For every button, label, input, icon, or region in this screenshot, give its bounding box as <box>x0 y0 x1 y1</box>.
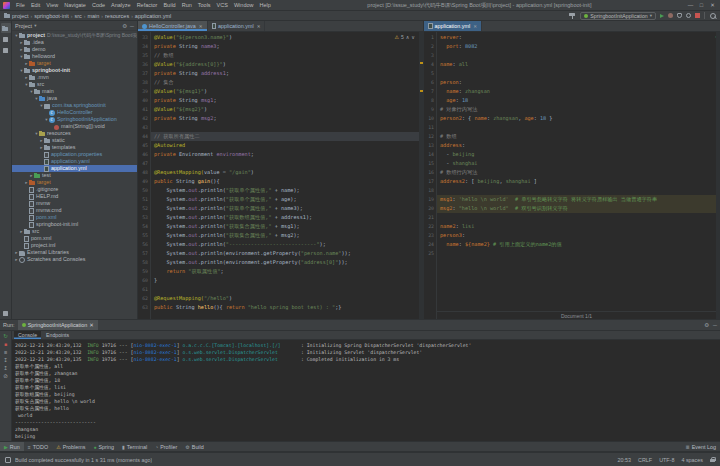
menu-item-build[interactable]: Build <box>160 2 178 8</box>
code-line[interactable] <box>151 159 423 168</box>
tree-item-static[interactable]: ▸static <box>12 137 137 144</box>
tree-item-project[interactable]: ▾projectD:\issue_study\代码牛B课\Spring Boot… <box>12 32 137 39</box>
toolwindow-button-spring[interactable]: ●Spring <box>89 442 118 451</box>
tree-item-application.yml[interactable]: application.yml <box>12 165 137 172</box>
editor-right-gutter[interactable]: 1234567891011121314151617181920212223242… <box>424 32 437 319</box>
breadcrumb-item[interactable]: main <box>87 13 99 19</box>
tree-item-application.properties[interactable]: application.properties <box>12 151 137 158</box>
code-line[interactable] <box>437 51 720 60</box>
code-line[interactable]: @RequestMapping("/hello") <box>151 294 423 303</box>
tree-item-test[interactable]: ▸test <box>12 172 137 179</box>
toolwindow-button-event-log[interactable]: ≣Event Log <box>682 442 720 451</box>
code-line[interactable]: msg2: "hello \n world" # 双引号识别转义字符 <box>437 204 720 213</box>
code-line[interactable] <box>151 123 423 132</box>
prev-warning-icon[interactable]: ∧ <box>406 34 410 40</box>
tree-item-main-string-void[interactable]: main(String[]):void <box>12 123 137 130</box>
tree-item-hellocontroller[interactable]: HelloController <box>12 109 137 116</box>
code-line[interactable]: private String msg2; <box>151 114 423 123</box>
stripe-structure-button[interactable] <box>1 34 11 44</box>
code-line[interactable]: System.out.println("获取数组属性值," + address1… <box>151 213 423 222</box>
code-line[interactable]: age: 18 <box>437 96 720 105</box>
code-line[interactable]: # 数组 <box>437 132 720 141</box>
editor-left-body[interactable]: 3334353637383940414243444546474849505152… <box>138 32 423 319</box>
menu-item-navigate[interactable]: Navigate <box>61 2 89 8</box>
menu-item-window[interactable]: Window <box>231 2 257 8</box>
search-everywhere-icon[interactable] <box>709 12 716 19</box>
tree-item-templates[interactable]: ▸templates <box>12 144 137 151</box>
console-view-tab-console[interactable]: Console <box>14 331 41 339</box>
tree-item-project.iml[interactable]: project.iml <box>12 242 137 249</box>
tree-item-springboot-init.iml[interactable]: springboot-init.iml <box>12 221 137 228</box>
build-hammer-icon[interactable] <box>569 12 576 19</box>
tree-item-resources[interactable]: ▾resources <box>12 130 137 137</box>
stripe-favorites-button[interactable] <box>1 308 11 318</box>
close-icon[interactable]: ✕ <box>89 322 94 328</box>
coverage-button[interactable] <box>677 13 682 18</box>
code-line[interactable]: System.out.println("获取单个属性值," + name); <box>151 186 423 195</box>
status-item-4-spaces[interactable]: 4 spaces <box>681 457 703 463</box>
menu-item-refactor[interactable]: Refactor <box>134 2 161 8</box>
toolwindow-button-todo[interactable]: ≡TODO <box>24 442 52 451</box>
status-item-20:53[interactable]: 20:53 <box>618 457 632 463</box>
tree-item-application.yaml[interactable]: application.yaml <box>12 158 137 165</box>
code-line[interactable] <box>437 213 720 222</box>
code-line[interactable]: return "获取属性值"; <box>151 267 423 276</box>
tab-close-icon[interactable]: ✕ <box>199 24 203 29</box>
code-line[interactable]: } <box>151 276 423 285</box>
editor-tab-application.yml[interactable]: application.yml✕ <box>424 21 482 31</box>
tree-item-com.itsa.springbootinit[interactable]: ▾com.itsa.springbootinit <box>12 102 137 109</box>
code-line[interactable]: System.out.println("--------------------… <box>151 240 423 249</box>
stop-button[interactable] <box>695 13 700 18</box>
code-line[interactable]: @Value("${msg1}") <box>151 87 423 96</box>
stripe-bookmarks-button[interactable] <box>1 45 11 55</box>
settings-gear-icon[interactable]: ⚙ <box>122 23 127 29</box>
code-line[interactable]: System.out.println(environment.getProper… <box>151 249 423 258</box>
toolwindow-button-terminal[interactable]: ▮Terminal <box>118 442 151 451</box>
code-line[interactable]: name: zhangsan <box>437 87 720 96</box>
breadcrumb-item[interactable]: application.yml <box>135 13 171 19</box>
tree-item-.idea[interactable]: ▸.idea <box>12 39 137 46</box>
code-line[interactable]: private Environment environment; <box>151 150 423 159</box>
code-line[interactable]: name2: lisi <box>437 222 720 231</box>
code-line[interactable]: public String gain(){ <box>151 177 423 186</box>
menu-item-view[interactable]: View <box>43 2 61 8</box>
run-tab[interactable]: SpringbootInitApplication ✕ <box>18 320 98 330</box>
code-line[interactable] <box>437 186 720 195</box>
editor-tab-application.yml[interactable]: application.yml✕ <box>208 21 266 31</box>
tree-item-pom.xml[interactable]: pom.xml <box>12 214 137 221</box>
console-output[interactable]: 2022-12-21 20:43:20,132 INFO 19716 --- [… <box>12 340 720 441</box>
code-line[interactable]: address: <box>437 141 720 150</box>
tree-item-.gitignore[interactable]: .gitignore <box>12 186 137 193</box>
code-line[interactable]: System.out.println("获取集合属性值," + msg2); <box>151 231 423 240</box>
next-warning-icon[interactable]: ∨ <box>411 34 415 40</box>
debug-button[interactable] <box>668 13 673 18</box>
tree-item-mvnw.cmd[interactable]: mvnw.cmd <box>12 207 137 214</box>
tree-item-demo[interactable]: ▸demo <box>12 46 137 53</box>
menu-item-vcs[interactable]: VCS <box>214 2 231 8</box>
editor-right-scrollbar[interactable] <box>716 32 720 319</box>
run-configuration-select[interactable]: SpringbootInitApplication ▾ <box>580 12 656 20</box>
code-line[interactable]: person2: { name: zhangsan, age: 18 } <box>437 114 720 123</box>
tree-item-.mvn[interactable]: ▸.mvn <box>12 74 137 81</box>
hide-panel-icon[interactable]: ─ <box>130 23 134 29</box>
tab-close-icon[interactable]: ✕ <box>473 24 477 29</box>
code-line[interactable]: @Value("${address[0]}") <box>151 60 423 69</box>
code-line[interactable]: // 集合 <box>151 78 423 87</box>
status-item-utf-8[interactable]: UTF-8 <box>659 457 674 463</box>
project-panel-header[interactable]: Project ▾ ⚙ ─ <box>12 21 137 31</box>
run-settings-gear-icon[interactable]: ⚙ <box>704 322 709 328</box>
code-line[interactable]: # 对象行内写法 <box>437 105 720 114</box>
code-line[interactable]: person: <box>437 78 720 87</box>
code-line[interactable]: private String name3; <box>151 42 423 51</box>
tree-item-scratches-and-consoles[interactable]: ▸Scratches and Consoles <box>12 256 137 263</box>
tree-item-main[interactable]: ▾main <box>12 88 137 95</box>
editor-left-code[interactable]: @Value("${person3.name}")private String … <box>151 32 423 319</box>
menu-item-file[interactable]: File <box>13 2 28 8</box>
code-line[interactable]: person3: <box>437 231 720 240</box>
code-line[interactable]: public String hello(){ return "hello spr… <box>151 303 423 312</box>
tree-item-target[interactable]: ▸target <box>12 60 137 67</box>
inspections-widget[interactable]: ⚠ 5 ∧ ∨ <box>392 34 417 40</box>
code-line[interactable] <box>151 285 423 294</box>
tree-item-target[interactable]: ▸target <box>12 179 137 186</box>
menu-item-analyze[interactable]: Analyze <box>108 2 134 8</box>
